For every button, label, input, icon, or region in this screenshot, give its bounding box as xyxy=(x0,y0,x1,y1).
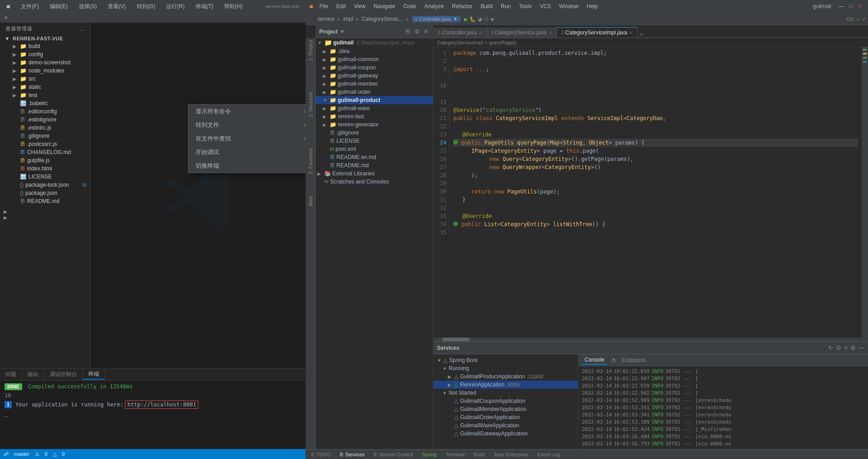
sidebar-item-config[interactable]: ▶ 📁 config xyxy=(0,50,90,58)
svc-renren[interactable]: ▶ △ RenrenApplication :8080/ xyxy=(433,381,578,389)
sidebar-item-static[interactable]: ▶ 📁 static xyxy=(0,83,90,91)
ij-menu-code[interactable]: Code xyxy=(400,2,420,10)
sidebar-item-indexhtml[interactable]: 🖹 index.html xyxy=(0,164,90,173)
svc-member[interactable]: △ GulimallMemberApplication xyxy=(433,405,578,413)
context-find-in-files[interactable]: 在文件中查找 Ctrl... xyxy=(188,132,306,145)
profile-btn[interactable]: ⏲ xyxy=(484,16,489,22)
explorer-menu-icon[interactable]: … xyxy=(79,26,85,32)
svc-ware[interactable]: △ GulimallWareApplication xyxy=(433,421,578,430)
status-event-log[interactable]: Event Log xyxy=(536,452,562,457)
context-start-debug[interactable]: 开始调试 F5 xyxy=(188,145,306,159)
settings-icon[interactable]: ⚙ xyxy=(850,344,856,351)
svc-running[interactable]: ▼ Running xyxy=(433,364,578,372)
scrollbar-thumb[interactable] xyxy=(442,338,470,341)
sidebar-root-item[interactable]: ▼ RENREN-FAST-VUE xyxy=(0,35,90,42)
vscode-menu-goto[interactable]: 转到(G) xyxy=(134,2,158,11)
console-tab-endpoints[interactable]: Endpoints xyxy=(619,356,648,364)
ij-menu-file[interactable]: File xyxy=(316,2,331,10)
refresh-icon[interactable]: ↻ xyxy=(828,344,833,351)
settings-icon[interactable]: ⚙ xyxy=(413,27,421,36)
tree-coupon[interactable]: ▶ 📁 gulimall-coupon xyxy=(316,63,433,72)
ij-menu-edit[interactable]: Edit xyxy=(333,2,350,10)
sidebar-item-packagelock[interactable]: {} package-lock.json M xyxy=(0,181,90,189)
ij-menu-analyze[interactable]: Analyze xyxy=(421,2,447,10)
status-java-ent[interactable]: Java Enterprise xyxy=(492,452,530,457)
sidebar-item-gitignore[interactable]: 🖹 .gitignore xyxy=(0,132,90,140)
vscode-error-count[interactable]: 0 xyxy=(45,451,48,457)
svc-coupon[interactable]: △ GulimallCouponApplication xyxy=(433,397,578,405)
status-todo[interactable]: 6: TODO xyxy=(309,452,333,457)
locate-icon[interactable]: ⦿ xyxy=(404,27,412,36)
sidebar-item-package[interactable]: {} package.json xyxy=(0,189,90,197)
tree-gateway[interactable]: ▶ 📁 gulimall-gateway xyxy=(316,72,433,80)
svc-not-started[interactable]: ▼ Not Started xyxy=(433,389,578,397)
more-tabs-icon[interactable]: ›› xyxy=(639,31,643,38)
sidebar-item-demo[interactable]: ▶ 📁 demo-screenshot xyxy=(0,58,90,67)
sidebar-item-readme[interactable]: 🖹 README.md xyxy=(0,197,90,205)
impl-breadcrumb[interactable]: impl xyxy=(343,16,353,22)
project-strip-label[interactable]: 1: Project xyxy=(308,40,313,61)
sidebar-item-license[interactable]: 🔙 LICENSE xyxy=(0,173,90,181)
outline-section[interactable]: ▶ xyxy=(0,209,90,215)
context-goto-file[interactable]: 转到文件 Ctrl... xyxy=(188,118,306,132)
ij-maximize-btn[interactable]: □ xyxy=(848,3,854,10)
ij-menu-window[interactable]: Window xyxy=(556,2,582,10)
context-show-commands[interactable]: 显示所有命令 Ctrl... xyxy=(188,105,306,118)
tree-gitignore[interactable]: 🖹 .gitignore xyxy=(316,129,433,137)
app-url[interactable]: http://localhost:8001 xyxy=(125,401,198,409)
tree-ware[interactable]: ▶ 📁 gulimall-ware xyxy=(316,104,433,112)
sidebar-item-postcss[interactable]: 🖹 .postcssrc.js xyxy=(0,140,90,148)
run-config-selector[interactable]: ● Controller.java ▼ xyxy=(412,16,460,22)
svc-gulimall-product[interactable]: ▶ △ GulimallProductApplication :11000/ xyxy=(433,372,578,381)
close-tab-icon[interactable]: ✕ xyxy=(479,30,482,35)
close-tab-icon[interactable]: ✕ xyxy=(629,30,633,35)
git-checkmark[interactable]: ✓ xyxy=(856,16,860,22)
context-toggle-terminal[interactable]: 切换终端 Sh... xyxy=(188,159,306,173)
close-panel-btn[interactable]: ✕ xyxy=(422,27,429,36)
svc-order[interactable]: △ GulimallOrderApplication xyxy=(433,413,578,421)
sidebar-item-eslintignore[interactable]: 🖹 .eslintignore xyxy=(0,116,90,124)
web-strip-label[interactable]: Web xyxy=(308,196,313,206)
coverage-btn[interactable]: ◕ xyxy=(478,16,482,22)
tab-categoryserviceimpl[interactable]: J CategoryServiceImpl.java ✕ xyxy=(557,27,638,38)
debug-btn[interactable]: 🐛 xyxy=(470,16,476,22)
ij-code-editor[interactable]: 1 2 3 18 19 20 21 22 23 24 25 26 27 28 xyxy=(433,47,868,338)
tree-common[interactable]: ▶ 📁 gulimall-common xyxy=(316,55,433,63)
tab-terminal[interactable]: 终端 xyxy=(83,369,105,380)
tab-output[interactable]: 输出 xyxy=(22,370,44,379)
tree-scratches[interactable]: ✏ Scratches and Consoles xyxy=(316,178,433,186)
svc-springboot[interactable]: ▼ △ Spring Boot xyxy=(433,356,578,364)
ij-menu-help[interactable]: Help xyxy=(583,2,602,10)
sidebar-item-build[interactable]: ▶ 📁 build xyxy=(0,42,90,50)
sidebar-item-changelog[interactable]: 🖹 CHANGELOG.md xyxy=(0,148,90,156)
sidebar-item-babelrc[interactable]: 🔙 .babelrc xyxy=(0,99,90,107)
tree-pom[interactable]: m pom.xml xyxy=(316,145,433,153)
status-build[interactable]: Build xyxy=(472,452,486,457)
ij-menu-vcs[interactable]: VCS xyxy=(536,2,555,10)
svc-gateway[interactable]: △ GulimallGatewayApplication xyxy=(433,430,578,438)
vscode-menu-view[interactable]: 查看(V) xyxy=(105,2,129,11)
ij-menu-run[interactable]: Run xyxy=(497,2,514,10)
vscode-menu-select[interactable]: 选择(S) xyxy=(76,2,100,11)
project-dropdown-icon[interactable]: ▼ xyxy=(340,29,345,35)
sidebar-item-gulpfile[interactable]: 🖹 gulpfile.js xyxy=(0,156,90,164)
vscode-branch-name[interactable]: master xyxy=(14,451,29,457)
sidebar-item-editorconfig[interactable]: 🖹 .editorconfig xyxy=(0,107,90,116)
close-tab-icon[interactable]: ✕ xyxy=(548,30,552,35)
vscode-menu-file[interactable]: 文件(F) xyxy=(18,2,41,11)
service-breadcrumb[interactable]: service xyxy=(317,16,335,22)
terminal-body[interactable]: DONE Compiled successfully in 12548ms 10… xyxy=(0,381,306,459)
vscode-warn-count[interactable]: 0 xyxy=(62,451,65,457)
ij-menu-navigate[interactable]: Navigate xyxy=(370,2,398,10)
sidebar-item-nodemodules[interactable]: ▶ 📁 node_modules xyxy=(0,67,90,75)
tab-debug-console[interactable]: 调试控制台 xyxy=(44,370,83,379)
group-icon[interactable]: ≡ xyxy=(844,344,848,351)
run-btn[interactable]: ▶ xyxy=(464,16,468,22)
structure-strip-label[interactable]: 2: Structure xyxy=(308,92,313,117)
vscode-menu-terminal[interactable]: 终端(T) xyxy=(193,2,216,11)
tab-categoryservice[interactable]: I CategoryService.java ✕ xyxy=(487,28,557,38)
status-spring[interactable]: Spring xyxy=(420,452,438,457)
tree-idea[interactable]: ▶ 📁 .idea xyxy=(316,47,433,55)
tree-readme-en[interactable]: 🖹 README.en.md xyxy=(316,153,433,161)
console-tab-console[interactable]: Console xyxy=(582,356,607,365)
